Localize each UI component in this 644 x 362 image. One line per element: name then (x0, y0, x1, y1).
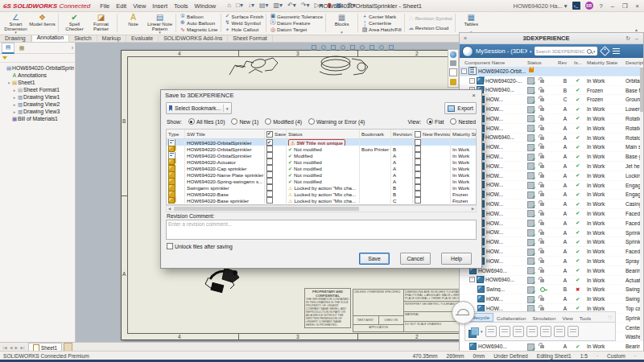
table-row[interactable]: Swingarm sprinkler⚠Locked by action "Mix… (167, 184, 476, 191)
save-icon[interactable]: ▤▾ (259, 2, 269, 9)
explore-icon[interactable] (499, 326, 510, 337)
heads-up-view-toolbar[interactable] (310, 43, 394, 51)
component-row[interactable]: HOW...A✔In WorkSwingarm (460, 294, 640, 304)
panel-column-rev[interactable]: Rev (558, 60, 567, 65)
dialog-title-bar[interactable]: Save to 3DEXPERIENCE × (161, 90, 481, 101)
component-row[interactable]: HOW...A✔In WorkFaced ro (460, 247, 640, 257)
radio-nested[interactable]: Nested (450, 118, 476, 125)
tab-property-manager[interactable]: ▦ (16, 43, 27, 52)
column-header-new-revision[interactable]: New Revision (413, 130, 451, 138)
header-checkbox[interactable] (415, 131, 421, 138)
save-checkbox[interactable] (266, 146, 273, 152)
bookmark-dropdown-icon[interactable]: ▾ (226, 106, 229, 111)
save-button[interactable]: Save (359, 253, 390, 265)
menu-view[interactable]: View (130, 2, 149, 10)
ribbon-button-magnetic-line[interactable]: ∿Magnetic Line (179, 27, 218, 33)
radio-warning-or-error-4[interactable]: Warning or Error (4) (308, 118, 365, 125)
new-revision-checkbox[interactable] (415, 191, 421, 197)
component-row[interactable]: HOW...C✔FrozenGround B (460, 95, 640, 105)
select-bookmark-button[interactable]: Select Bookmark... ▾ (166, 102, 232, 114)
dialog-close-icon[interactable]: × (470, 92, 477, 99)
session-title[interactable]: MySession - (3DEXPE... (476, 47, 527, 55)
ribbon-button-spell-checker[interactable]: ✔Spell Checker (61, 12, 88, 34)
component-row[interactable]: HOW...A✔In WorkEngagem (460, 181, 640, 191)
tree-item-drawing-view2[interactable]: ▸▥Drawing View2 (1, 101, 74, 108)
component-row[interactable]: HOW6940...A✔In WorkBearing L (460, 342, 640, 351)
tab-view[interactable]: View (559, 315, 576, 322)
component-row[interactable]: HOW...A✔In WorkBase gas (460, 152, 640, 162)
pan-icon[interactable] (329, 43, 336, 51)
compare-icon[interactable] (513, 326, 524, 337)
lifecycle-parts-icon[interactable] (468, 327, 478, 337)
radio-all-files-10[interactable]: All files (10) (188, 118, 225, 125)
radio-new-1[interactable]: New (1) (231, 118, 258, 125)
component-row[interactable]: HOW...A✔In WorkCasing co (460, 200, 640, 209)
save-table-header[interactable]: TypeSW TitleSaveStatusBookmarkRevisionNe… (167, 130, 476, 139)
ribbon-button-auto-balloon[interactable]: ⊕Auto Balloon (179, 19, 218, 26)
expand-icon[interactable]: - (469, 277, 475, 282)
save-checkbox[interactable] (266, 171, 273, 178)
zoom-fit-icon[interactable] (310, 43, 317, 51)
tab-simulation[interactable]: Simulation (530, 315, 559, 322)
rotate-icon[interactable] (339, 43, 346, 51)
last-sheet-icon[interactable]: ▶| (19, 345, 26, 350)
view-settings-icon[interactable] (358, 43, 365, 51)
component-row[interactable]: -HOW694020-Orbit... (460, 67, 640, 76)
table-row[interactable]: HOW694020-OrbitalSprinkler✔ModifiedAIn W… (167, 152, 476, 158)
component-row[interactable]: -HOW6940...A✔In WorkRotator A (460, 134, 640, 143)
zoom-area-icon[interactable] (320, 43, 327, 51)
tab-collaboration[interactable]: Collaboration (493, 315, 529, 322)
panel-collapse-icon[interactable]: » (462, 35, 469, 41)
3dx-sphere-icon[interactable] (450, 51, 456, 58)
component-row[interactable]: HOW...A✔In WorkRotation (460, 114, 640, 124)
ribbon-button-tables[interactable]: ▦Tables▾ (458, 12, 485, 34)
appearance-icon[interactable] (450, 60, 456, 66)
menu-tools[interactable]: Tools (171, 2, 192, 10)
column-header-status[interactable]: Status (287, 130, 360, 138)
ribbon-button-model-items[interactable]: ❖Model Items (29, 12, 56, 34)
component-row[interactable]: -HOW6940...A✔In WorkActuator (460, 276, 640, 286)
column-header-maturity-state[interactable]: Maturity State (451, 130, 477, 138)
tab-evaluate[interactable]: Evaluate (126, 35, 159, 42)
table-row[interactable]: HOW694020-Name Plate sprinkler✔Not modif… (167, 171, 476, 178)
new-revision-checkbox[interactable] (415, 158, 421, 165)
menu-insert[interactable]: Insert (149, 2, 171, 10)
print-icon[interactable]: ▥▾ (274, 2, 283, 9)
tab-feature-tree[interactable]: ▤ (2, 43, 14, 54)
dialog-horizontal-scrollbar[interactable]: ◀▶ (166, 205, 477, 212)
panel-expand-icon[interactable]: › (72, 45, 73, 51)
ribbon-button-geometric-tolerance[interactable]: ▣Geometric Tolerance (269, 13, 323, 19)
tree-item-sheet1[interactable]: ▾▤Sheet1 (1, 79, 74, 86)
display-style-icon[interactable] (368, 43, 375, 51)
component-row[interactable]: Swing...B✖In WorkSwingarm (460, 285, 640, 294)
database-icon[interactable] (485, 326, 497, 337)
menu-edit[interactable]: Edit (113, 2, 130, 10)
component-row[interactable]: HOW...A✔In WorkLocking l (460, 171, 640, 181)
first-sheet-icon[interactable]: |◀ (2, 345, 8, 350)
library-icon[interactable] (450, 79, 456, 85)
component-row[interactable]: HOW...A✔In WorkFaced ro (460, 219, 640, 228)
panel-refresh-icon[interactable]: ↻ (624, 35, 632, 42)
open-icon[interactable]: ↓▾ (248, 2, 254, 9)
dropdown-arrow-icon[interactable]: ▾ (14, 31, 17, 35)
dropdown-arrow-icon[interactable]: ▾ (341, 31, 343, 35)
ribbon-button-smart-dimension[interactable]: ∠Smart Dimension▾ (2, 12, 29, 34)
save-checkbox[interactable] (266, 184, 273, 191)
header-checkbox[interactable] (266, 131, 273, 138)
compass-icon[interactable] (462, 46, 473, 57)
home-icon[interactable]: ⌂ (227, 2, 231, 9)
component-row[interactable]: HOW...A✔In WorkRotation (460, 124, 640, 134)
replace-icon[interactable] (554, 326, 565, 337)
save-checkbox[interactable] (266, 152, 273, 158)
component-row[interactable]: HOW6940...A✔In WorkBearing L (460, 266, 640, 276)
structure-icon[interactable] (526, 326, 538, 337)
save-checkbox[interactable] (266, 158, 273, 165)
new-revision-checkbox[interactable] (415, 139, 421, 146)
undo-icon[interactable]: ↶▾ (287, 2, 296, 9)
panel-column-description[interactable]: Description (625, 60, 644, 65)
hide-show-icon[interactable] (378, 43, 385, 51)
save-checkbox[interactable] (266, 197, 273, 204)
ribbon-button-surface-finish[interactable]: ✓Surface Finish (224, 13, 264, 19)
new-revision-checkbox[interactable] (415, 165, 421, 171)
new-revision-checkbox[interactable] (415, 184, 421, 191)
